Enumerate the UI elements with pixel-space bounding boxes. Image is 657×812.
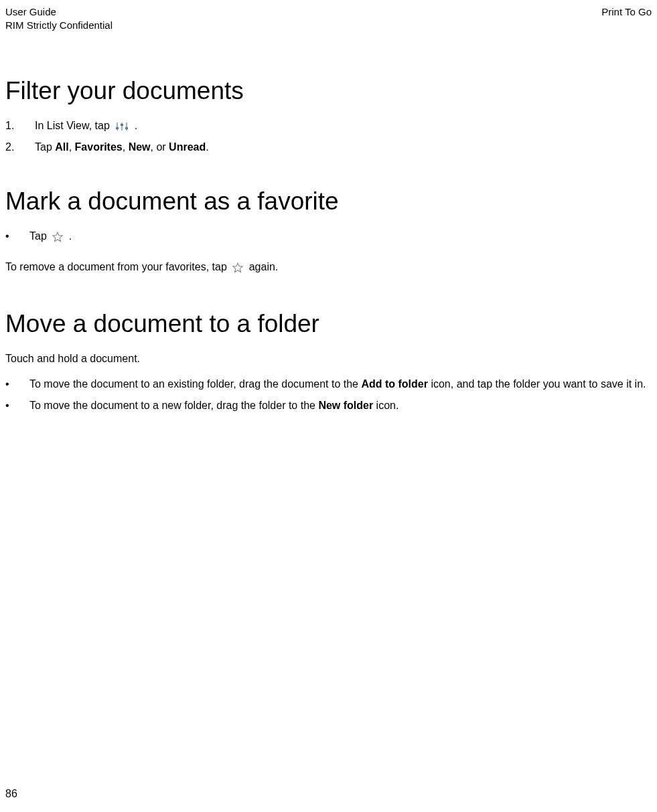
move-b1-bold: Add to folder [361, 378, 428, 390]
favorite-bullet: • Tap . [5, 229, 652, 244]
favorite-bullet-post: . [69, 230, 72, 242]
step-1: 1. In List View, tap . [5, 118, 652, 133]
step-1-post: . [135, 120, 137, 131]
step-1-text: In List View, tap . [35, 118, 137, 133]
page-header: User Guide RIM Strictly Confidential Pri… [0, 5, 657, 31]
step-2-pre: Tap [35, 141, 55, 153]
step-2: 2. Tap All, Favorites, New, or Unread. [5, 140, 652, 155]
move-intro: Touch and hold a document. [5, 351, 652, 366]
step-2-text: Tap All, Favorites, New, or Unread. [35, 140, 209, 155]
step-1-pre: In List View, tap [35, 120, 113, 131]
remove-favorite-pre: To remove a document from your favorites… [5, 261, 230, 272]
header-right: Print To Go [601, 5, 652, 31]
move-b2-t2: icon. [373, 400, 398, 411]
remove-favorite-para: To remove a document from your favorites… [5, 260, 652, 274]
step-2-t3: , or [151, 141, 169, 153]
move-b1-t2: icon, and tap the folder you want to sav… [428, 378, 646, 390]
header-left: User Guide RIM Strictly Confidential [5, 5, 113, 31]
svg-rect-4 [121, 124, 123, 126]
step-2-t2: , [123, 141, 129, 153]
move-bullet-1: • To move the document to an existing fo… [5, 377, 652, 392]
move-bullet-1-text: To move the document to an existing fold… [29, 377, 652, 392]
step-2-unread: Unread [169, 141, 206, 153]
filter-sliders-icon [115, 121, 129, 132]
bullet-marker: • [5, 398, 29, 413]
page-number: 86 [5, 788, 17, 800]
step-2-t4: . [206, 141, 208, 153]
step-2-all: All [55, 141, 68, 153]
heading-move-document: Move a document to a folder [5, 310, 652, 338]
step-2-favorites: Favorites [75, 141, 123, 153]
header-user-guide: User Guide [5, 5, 113, 19]
step-2-new: New [129, 141, 151, 153]
svg-rect-3 [116, 127, 119, 129]
svg-rect-5 [125, 127, 128, 129]
header-confidential: RIM Strictly Confidential [5, 19, 113, 32]
main-content: Filter your documents 1. In List View, t… [0, 77, 657, 414]
favorite-bullet-text: Tap . [29, 229, 652, 244]
favorite-bullet-pre: Tap [29, 230, 50, 242]
move-bullet-2: • To move the document to a new folder, … [5, 398, 652, 413]
move-b1-t1: To move the document to an existing fold… [29, 378, 361, 390]
move-bullet-2-text: To move the document to a new folder, dr… [29, 398, 652, 413]
star-outline-icon [232, 262, 244, 274]
bullet-marker: • [5, 377, 29, 392]
move-b2-t1: To move the document to a new folder, dr… [29, 400, 318, 411]
step-2-t1: , [69, 141, 75, 153]
star-outline-icon [52, 231, 64, 243]
move-b2-bold: New folder [318, 400, 373, 411]
heading-mark-favorite: Mark a document as a favorite [5, 187, 652, 216]
step-2-marker: 2. [5, 140, 35, 155]
remove-favorite-post: again. [249, 261, 279, 272]
heading-filter-documents: Filter your documents [5, 77, 652, 105]
step-1-marker: 1. [5, 118, 35, 133]
bullet-marker: • [5, 229, 29, 244]
